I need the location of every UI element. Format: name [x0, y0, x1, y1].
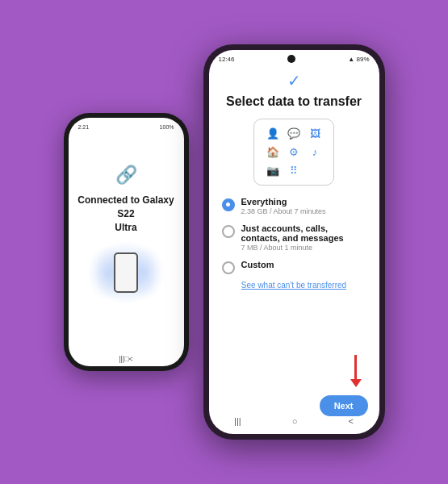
right-time: 12:46	[219, 56, 235, 63]
home-icon: 🏠	[266, 146, 280, 158]
radio-everything[interactable]	[222, 198, 235, 211]
data-icons-grid: 👤 💬 🖼 🏠 ⚙ ♪ 📷 ⠿	[253, 119, 334, 186]
bottom-area: ||| ○ < Next	[209, 410, 379, 434]
left-phone-screen: 2:21 100% 🔗 Connected to Galaxy S22Ultra…	[69, 118, 184, 366]
left-phone: 2:21 100% 🔗 Connected to Galaxy S22Ultra…	[64, 113, 189, 371]
chat-icon: 💬	[287, 127, 301, 140]
phone-illustration	[102, 243, 150, 303]
phones-container: 2:21 100% 🔗 Connected to Galaxy S22Ultra…	[56, 36, 393, 448]
option-everything-text: Everything 2.38 GB / About 7 minutes	[241, 197, 366, 215]
left-nav-bar: ||| □ <	[119, 350, 133, 366]
arrow-head	[350, 379, 362, 387]
options-container: Everything 2.38 GB / About 7 minutes Jus…	[222, 197, 366, 274]
option-everything[interactable]: Everything 2.38 GB / About 7 minutes	[222, 197, 366, 215]
option-accounts[interactable]: Just accounts, calls, contacts, and mess…	[222, 223, 366, 252]
connected-text: Connected to Galaxy S22Ultra	[69, 194, 184, 234]
next-button[interactable]: Next	[320, 395, 368, 416]
apps-icon: ⠿	[287, 165, 301, 177]
right-phone-screen: 12:46 ▲ 89% ✓ Select data to transfer 👤 …	[209, 50, 379, 434]
arrow-indicator	[350, 355, 362, 387]
right-nav-back: <	[349, 416, 354, 426]
left-time: 2:21	[78, 124, 90, 130]
option-custom[interactable]: Custom	[222, 260, 366, 274]
page-title: Select data to transfer	[226, 94, 362, 111]
left-content: 🔗 Connected to Galaxy S22Ultra	[69, 118, 184, 350]
option-everything-sublabel: 2.38 GB / About 7 minutes	[241, 207, 366, 215]
mini-phone-frame	[114, 252, 138, 293]
right-nav-home: ○	[292, 416, 298, 426]
settings-icon: ⚙	[287, 146, 301, 158]
radio-custom[interactable]	[222, 261, 235, 274]
camera-notch	[287, 55, 295, 63]
arrow-line	[354, 355, 357, 379]
camera-icon: 📷	[266, 165, 280, 177]
right-status-bar: 12:46 ▲ 89%	[209, 50, 379, 65]
option-accounts-text: Just accounts, calls, contacts, and mess…	[241, 223, 366, 252]
link-icon: 🔗	[115, 165, 137, 186]
radio-accounts[interactable]	[222, 225, 235, 238]
person-icon: 👤	[266, 127, 280, 140]
check-circle-icon: ✓	[287, 71, 301, 90]
option-custom-text: Custom	[241, 260, 366, 269]
music-icon: ♪	[308, 146, 322, 158]
option-custom-label: Custom	[241, 260, 366, 269]
left-nav-back: <	[129, 355, 133, 363]
right-phone: 12:46 ▲ 89% ✓ Select data to transfer 👤 …	[203, 44, 385, 440]
image-icon: 🖼	[308, 127, 322, 140]
left-status-bar: 2:21 100%	[69, 124, 184, 130]
see-link[interactable]: See what can't be transferred	[241, 281, 346, 290]
option-accounts-sublabel: 7 MB / About 1 minute	[241, 244, 366, 252]
option-everything-label: Everything	[241, 197, 366, 207]
left-nav-menu: |||	[119, 355, 124, 363]
left-battery: 100%	[160, 124, 174, 130]
right-battery-icons: ▲ 89%	[348, 56, 369, 63]
right-nav-menu: |||	[234, 416, 241, 426]
option-accounts-label: Just accounts, calls, contacts, and mess…	[241, 223, 366, 243]
